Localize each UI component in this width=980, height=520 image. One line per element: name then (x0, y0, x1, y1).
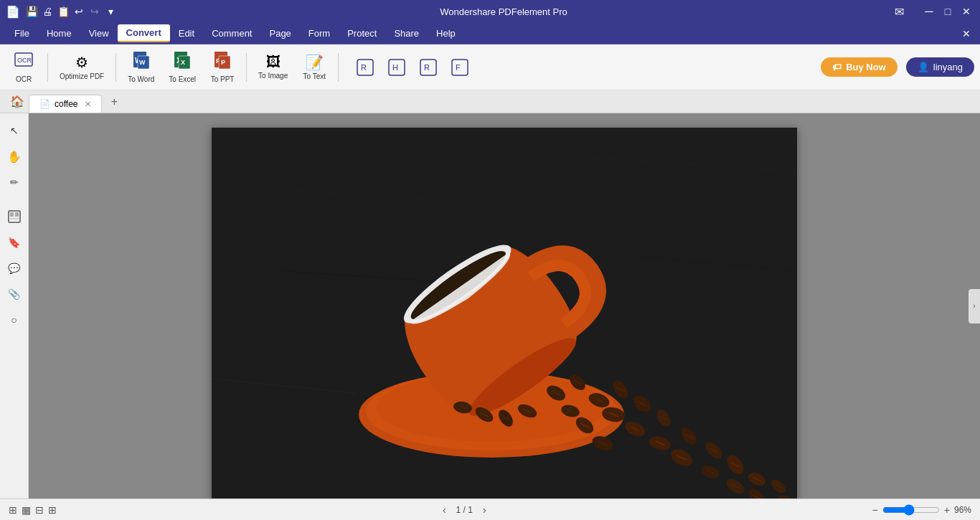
tab-bar: 🏠 📄 coffee ✕ + (0, 90, 980, 113)
search-tool[interactable]: ○ (3, 308, 26, 331)
tab-icon: 📄 (39, 99, 50, 109)
comment-tool[interactable]: 💬 (3, 257, 26, 280)
tab-add-button[interactable]: + (105, 93, 123, 111)
hand-tool[interactable]: ✋ (3, 145, 26, 168)
page-thumbnail-tool[interactable] (3, 205, 26, 228)
tab-name: coffee (55, 99, 77, 109)
close-button[interactable]: ✕ (958, 4, 974, 19)
prev-page-button[interactable]: ‹ (438, 503, 451, 517)
menu-protect[interactable]: Protect (339, 25, 385, 42)
ocr-label: OCR (16, 75, 32, 84)
menu-convert[interactable]: Convert (118, 24, 170, 42)
minimize-button[interactable]: ─ (921, 4, 937, 19)
optimize-icon: ⚙ (75, 54, 88, 71)
menu-form[interactable]: Form (300, 25, 339, 42)
separator-1 (47, 53, 48, 82)
svg-rect-26 (10, 218, 19, 219)
window-controls: ✉ ─ □ ✕ (891, 4, 974, 19)
svg-text:H: H (392, 63, 398, 72)
buy-now-button[interactable]: 🏷 Buy Now (821, 57, 897, 77)
separator-2 (116, 53, 116, 82)
menu-edit[interactable]: Edit (170, 25, 203, 42)
copy-icon[interactable]: 📋 (57, 6, 69, 17)
extra-btn-1[interactable]: R (350, 47, 380, 88)
to-text-button[interactable]: 📝 To Text (296, 47, 332, 88)
zoom-in-button[interactable]: + (944, 504, 950, 516)
print-icon[interactable]: 🖨 (42, 6, 53, 17)
left-sidebar: ↖ ✋ ✏ 🔖 💬 📎 ○ (0, 113, 29, 498)
menu-help[interactable]: Help (428, 25, 464, 42)
svg-text:P: P (221, 59, 225, 66)
right-panel-collapse-button[interactable]: › (969, 289, 980, 323)
to-excel-button[interactable]: X X To Excel (163, 47, 202, 88)
edit-tool[interactable]: ✏ (3, 171, 26, 194)
menu-file[interactable]: File (6, 25, 38, 42)
to-excel-label: To Excel (169, 75, 196, 84)
user-label: linyang (933, 62, 963, 72)
to-text-icon: 📝 (306, 54, 324, 71)
to-image-button[interactable]: 🖼 To Image (253, 47, 293, 88)
ocr-icon: OCR (14, 50, 34, 74)
ocr-button[interactable]: OCR OCR (6, 47, 42, 88)
to-image-label: To Image (258, 72, 288, 80)
status-icon-2[interactable]: ▦ (22, 504, 31, 516)
to-word-label: To Word (128, 75, 154, 84)
page-navigation: ‹ 1 / 1 › (438, 503, 491, 517)
user-button[interactable]: 👤 linyang (906, 57, 974, 77)
optimize-label: Optimize PDF (60, 72, 104, 81)
main-layout: ↖ ✋ ✏ 🔖 💬 📎 ○ ‹ (0, 113, 980, 498)
menu-close-icon[interactable]: ✕ (958, 26, 974, 42)
next-page-button[interactable]: › (479, 503, 491, 517)
title-bar: 📄 💾 🖨 📋 ↩ ↪ ▾ Wondershare PDFelement Pro… (0, 0, 980, 23)
svg-text:OCR: OCR (17, 57, 32, 64)
toolbar: OCR OCR ⚙ Optimize PDF W W To Word X (0, 44, 980, 90)
home-button[interactable]: 🏠 (6, 90, 29, 113)
page-indicator: 1 / 1 (456, 505, 473, 515)
bookmark-tool[interactable]: 🔖 (3, 231, 26, 254)
to-word-button[interactable]: W W To Word (122, 47, 160, 88)
svg-rect-25 (15, 212, 19, 217)
title-left: 📄 💾 🖨 📋 ↩ ↪ ▾ (6, 5, 116, 19)
pdf-image (212, 128, 797, 498)
extra-btn-2[interactable]: H (382, 47, 412, 88)
optimize-pdf-button[interactable]: ⚙ Optimize PDF (54, 47, 110, 88)
user-icon: 👤 (918, 62, 929, 72)
menu-comment[interactable]: Comment (203, 25, 260, 42)
menu-view[interactable]: View (80, 25, 118, 42)
to-image-icon: 🖼 (266, 54, 281, 70)
to-word-icon: W W (131, 50, 152, 74)
extra-btn-4[interactable]: F (445, 47, 475, 88)
menu-home[interactable]: Home (38, 25, 80, 42)
menu-share[interactable]: Share (385, 25, 428, 42)
zoom-slider[interactable] (882, 504, 940, 516)
menu-bar: File Home View Convert Edit Comment Page… (0, 23, 980, 44)
svg-text:R: R (424, 63, 430, 72)
svg-text:R: R (361, 63, 367, 72)
svg-text:W: W (139, 59, 146, 66)
status-icon-3[interactable]: ⊟ (35, 504, 44, 516)
app-title: Wondershare PDFelement Pro (116, 6, 891, 17)
app-logo-icon: 📄 (6, 5, 20, 19)
save-icon[interactable]: 💾 (26, 6, 37, 17)
undo-icon[interactable]: ↩ (73, 6, 85, 17)
status-icon-1[interactable]: ⊞ (9, 504, 17, 516)
redo-icon[interactable]: ↪ (89, 6, 100, 17)
menu-page[interactable]: Page (260, 25, 299, 42)
status-icon-4[interactable]: ⊞ (48, 504, 57, 516)
to-ppt-button[interactable]: P P To PPT (204, 47, 240, 88)
zoom-out-button[interactable]: − (872, 504, 878, 516)
maximize-button[interactable]: □ (940, 4, 956, 19)
tab-close-icon[interactable]: ✕ (85, 100, 91, 109)
dropdown-icon[interactable]: ▾ (105, 6, 116, 17)
attachment-tool[interactable]: 📎 (3, 283, 26, 306)
buy-now-label: Buy Now (846, 62, 886, 72)
svg-text:X: X (181, 59, 185, 66)
select-tool[interactable]: ↖ (3, 119, 26, 142)
content-area: › (29, 113, 980, 498)
quick-access-icons: 💾 🖨 📋 ↩ ↪ ▾ (26, 6, 116, 17)
to-ppt-icon: P P (212, 50, 233, 74)
extra-btn-3[interactable]: R (413, 47, 443, 88)
email-icon[interactable]: ✉ (891, 4, 907, 19)
zoom-controls: − + 96% (872, 504, 971, 516)
tab-coffee[interactable]: 📄 coffee ✕ (29, 95, 102, 113)
